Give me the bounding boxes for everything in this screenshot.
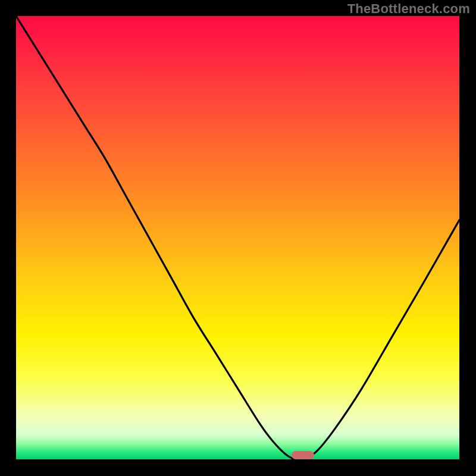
optimum-marker xyxy=(292,451,314,459)
bottleneck-curve xyxy=(16,16,459,459)
plot-area xyxy=(16,16,459,459)
chart-frame: TheBottleneck.com xyxy=(0,0,476,476)
watermark-text: TheBottleneck.com xyxy=(347,1,470,17)
